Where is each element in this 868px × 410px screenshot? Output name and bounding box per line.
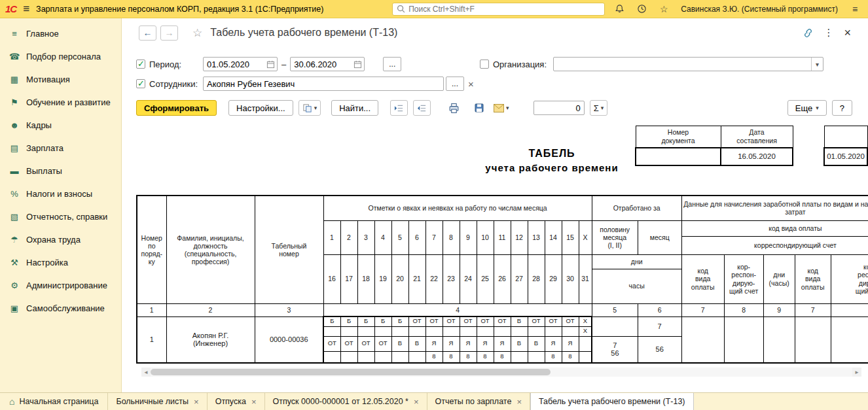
day-hours-cell[interactable] xyxy=(545,326,562,336)
day-mark-cell[interactable]: Б xyxy=(323,316,340,326)
day-mark-cell[interactable]: ОТ xyxy=(528,316,545,326)
day-hours-cell[interactable] xyxy=(408,326,425,336)
day-number-cell[interactable]: 9 xyxy=(460,220,477,254)
day-number-cell[interactable]: 22 xyxy=(425,254,443,303)
day-mark-cell[interactable]: ОТ xyxy=(374,336,391,351)
day-mark-cell[interactable]: В xyxy=(391,336,408,351)
employees-input[interactable] xyxy=(204,79,443,89)
clipped-header-cell[interactable] xyxy=(824,126,867,148)
print-button[interactable] xyxy=(446,100,461,116)
window-tab[interactable]: Больничные листы × xyxy=(108,393,207,410)
day-hours-cell[interactable]: 8 xyxy=(477,351,494,363)
day-number-cell[interactable]: 8 xyxy=(443,220,460,254)
day-number-cell[interactable]: 30 xyxy=(562,254,579,303)
day-hours-cell[interactable]: 8 xyxy=(562,351,579,363)
day-mark-cell[interactable]: Я xyxy=(425,336,443,351)
scroll-right-icon[interactable]: ► xyxy=(852,367,861,377)
back-button[interactable]: ← xyxy=(139,26,156,41)
tab-close-icon[interactable]: × xyxy=(251,397,257,407)
period-to-input[interactable] xyxy=(291,60,353,69)
days-hours-value-cell[interactable] xyxy=(763,316,795,363)
window-tab[interactable]: Отпуска × xyxy=(208,393,265,410)
day-hours-cell[interactable]: 8 xyxy=(460,351,477,363)
col-number[interactable]: 3 xyxy=(255,303,323,316)
sidebar-item[interactable]: ⚙ Администрирование xyxy=(0,274,121,297)
sidebar-item[interactable]: % Налоги и взносы xyxy=(0,182,121,205)
day-hours-cell[interactable] xyxy=(374,351,391,363)
day-mark-cell[interactable]: ОТ xyxy=(460,316,477,326)
global-search[interactable] xyxy=(392,3,605,16)
day-number-cell[interactable]: 12 xyxy=(511,220,528,254)
day-hours-cell[interactable] xyxy=(511,326,528,336)
day-hours-cell[interactable] xyxy=(579,351,592,363)
tab-close-icon[interactable]: × xyxy=(516,397,522,407)
day-number-cell[interactable]: 18 xyxy=(357,254,374,303)
col-name-header[interactable]: Фамилия, инициалы, должность (специально… xyxy=(166,196,255,303)
day-number-cell[interactable]: X xyxy=(579,220,592,254)
expand-groups-button[interactable] xyxy=(413,100,431,116)
day-mark-cell[interactable]: Б xyxy=(340,316,357,326)
half-month-header[interactable]: половину месяца (I, II) xyxy=(592,220,638,254)
day-mark-cell[interactable]: Я xyxy=(494,336,511,351)
corr-account2-value-cell[interactable] xyxy=(831,316,868,363)
day-hours-cell[interactable] xyxy=(323,326,340,336)
sidebar-item[interactable]: ☎ Подбор персонала xyxy=(0,45,121,68)
day-hours-cell[interactable] xyxy=(408,351,425,363)
half1-cell[interactable] xyxy=(592,316,638,336)
day-mark-cell[interactable]: ОТ xyxy=(477,316,494,326)
day-mark-cell[interactable]: ОТ xyxy=(408,316,425,326)
col-tabnum-header[interactable]: Табельный номер xyxy=(255,196,323,303)
day-hours-cell[interactable] xyxy=(425,326,443,336)
more-actions-button[interactable]: Еще ▾ xyxy=(787,100,827,116)
day-hours-cell[interactable]: X xyxy=(579,326,592,336)
day-hours-cell[interactable] xyxy=(443,326,460,336)
scrollbar-thumb[interactable] xyxy=(151,369,551,375)
day-number-cell[interactable]: 21 xyxy=(408,254,425,303)
row-number-cell[interactable]: 1 xyxy=(137,316,166,363)
day-mark-cell[interactable]: X xyxy=(579,316,592,326)
home-tab[interactable]: ⌂ Начальная страница xyxy=(0,393,108,410)
day-hours-cell[interactable]: 8 xyxy=(443,351,460,363)
sub-pay-code2-header[interactable]: код вида оплаты xyxy=(795,254,831,303)
day-mark-cell[interactable]: ОТ xyxy=(443,316,460,326)
day-number-cell[interactable]: 3 xyxy=(357,220,374,254)
horizontal-scrollbar[interactable]: ◄ ► xyxy=(141,367,861,377)
day-number-cell[interactable]: 26 xyxy=(494,254,511,303)
tab-close-icon[interactable]: × xyxy=(194,397,199,407)
history-clock-icon[interactable] xyxy=(634,3,649,16)
day-number-cell[interactable]: 11 xyxy=(494,220,511,254)
sidebar-item[interactable]: ▦ Мотивация xyxy=(0,68,121,91)
day-mark-cell[interactable]: Б xyxy=(357,316,374,326)
period-from-input[interactable] xyxy=(204,60,266,69)
clipped-period-value[interactable]: 01.05.2020 xyxy=(824,148,867,165)
col-number[interactable]: 7 xyxy=(681,303,724,316)
pay-code-value-cell[interactable] xyxy=(681,316,724,363)
pay-code-band[interactable]: код вида оплаты xyxy=(681,220,868,236)
day-hours-cell[interactable] xyxy=(494,326,511,336)
pay-code2-value-cell[interactable] xyxy=(795,316,831,363)
send-mail-button[interactable]: ▾ xyxy=(492,100,511,116)
period-checkbox[interactable] xyxy=(136,60,145,69)
day-mark-cell[interactable]: ОТ xyxy=(562,316,579,326)
col-number[interactable]: 4 xyxy=(323,303,592,316)
employee-name-cell[interactable]: Акопян Р.Г. (Инженер) xyxy=(166,316,255,363)
pay-data-header[interactable]: Данные для начисления заработной платы п… xyxy=(681,196,868,220)
find-button[interactable]: Найти... xyxy=(331,100,378,116)
day-mark-cell[interactable]: Я xyxy=(460,336,477,351)
day-hours-cell[interactable]: 8 xyxy=(425,351,443,363)
day-mark-cell[interactable]: Я xyxy=(545,336,562,351)
doc-date-header[interactable]: Дата составления xyxy=(721,126,793,148)
report-title[interactable]: ТАБЕЛЬ xyxy=(450,148,653,160)
get-link-icon[interactable] xyxy=(803,28,813,38)
day-hours-cell[interactable] xyxy=(323,351,340,363)
organization-input[interactable] xyxy=(554,60,811,69)
autosum-button[interactable]: Σ ▾ xyxy=(590,100,608,116)
cells-counter-field[interactable] xyxy=(533,101,585,115)
day-mark-cell[interactable]: ОТ xyxy=(545,316,562,326)
col-number[interactable]: 7 xyxy=(795,303,831,316)
day-mark-cell[interactable]: ОТ xyxy=(340,336,357,351)
calendar-icon[interactable] xyxy=(353,60,364,69)
report-variants-button[interactable]: ▾ xyxy=(298,100,321,116)
day-mark-cell[interactable]: ОТ xyxy=(357,336,374,351)
col-number[interactable]: 2 xyxy=(166,303,255,316)
